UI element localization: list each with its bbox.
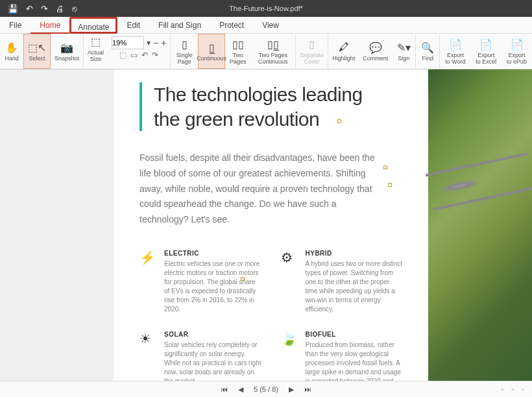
annotation-marker-icon[interactable]: [337, 119, 341, 123]
comment-icon: 💬: [369, 41, 382, 54]
cursor-icon: ⬚↖: [28, 41, 46, 54]
zoom-out-button[interactable]: −: [153, 38, 158, 48]
annotation-marker-icon[interactable]: [383, 165, 387, 169]
toolbar: ✋ Hand ⬚↖ Select 📷 Snapshot ⬚ Actual Siz…: [0, 34, 532, 69]
document-page: The technologies leading the green revol…: [114, 69, 428, 381]
thumbnail-sidebar[interactable]: [0, 69, 114, 381]
sun-icon: ☀: [139, 331, 156, 381]
print-icon[interactable]: 🖨: [56, 4, 64, 14]
search-icon: 🔍: [421, 41, 434, 54]
find-button[interactable]: 🔍 Find: [416, 34, 439, 69]
hybrid-icon: ⚙: [281, 250, 298, 314]
tech-item-hybrid: ⚙ HYBRID A hybrid uses two or more disti…: [281, 250, 403, 314]
first-page-button[interactable]: ⏮: [219, 385, 229, 393]
export-excel-button[interactable]: 📄 Export to Excel: [470, 34, 502, 69]
two-pages-continuous-button[interactable]: ▯▯̲ Two Pages Continuous: [250, 34, 295, 69]
view-mode-icon[interactable]: ▫: [500, 385, 505, 393]
two-pages-continuous-icon: ▯▯̲: [267, 38, 279, 51]
view-mode-icon[interactable]: ▫: [520, 385, 526, 393]
save-icon[interactable]: 💾: [8, 4, 18, 14]
separate-cover-icon: ▯: [309, 38, 315, 51]
zoom-dropdown-icon[interactable]: ▾: [147, 38, 151, 47]
tech-item-solar: ☀ SOLAR Solar vehicles rely completely o…: [139, 331, 261, 381]
hand-icon: ✋: [5, 41, 18, 54]
excel-icon: 📄: [479, 38, 492, 51]
continuous-button[interactable]: ▯̲ Continuous: [198, 34, 225, 69]
page-image: [428, 69, 532, 381]
menu-fill-and-sign[interactable]: Fill and Sign: [149, 17, 210, 34]
fit-width-icon[interactable]: ⬚: [119, 51, 127, 60]
menu-edit[interactable]: Edit: [117, 17, 149, 34]
menu-file[interactable]: File: [0, 17, 30, 34]
epub-icon: 📄: [511, 38, 524, 51]
page-title: The technologies leading the green revol…: [154, 82, 363, 131]
menu-protect[interactable]: Protect: [210, 17, 253, 34]
export-epub-button[interactable]: 📄 Export to ePub: [502, 34, 532, 69]
window-title: The-Future-is-Now.pdf*: [229, 5, 303, 12]
annotation-marker-icon[interactable]: [241, 277, 245, 281]
comment-button[interactable]: 💬 Comment: [359, 34, 392, 69]
intro-paragraph: Fossil fuels, despite all their disadvan…: [139, 150, 380, 228]
prev-page-button[interactable]: ◀: [237, 385, 245, 394]
share-icon[interactable]: ⎋: [72, 4, 77, 14]
two-pages-icon: ▯▯: [232, 38, 244, 51]
highlight-button[interactable]: 🖍 Highlight: [328, 34, 359, 69]
title-bar: 💾 ↶ ↷ 🖨 ⎋ The-Future-is-Now.pdf*: [0, 0, 532, 17]
separate-cover-button[interactable]: ▯ Separate Cover: [296, 34, 328, 69]
menu-bar: File Home Annotate Edit Fill and Sign Pr…: [0, 17, 532, 34]
rotate-left-icon[interactable]: ↶: [141, 51, 148, 60]
content-area: The technologies leading the green revol…: [0, 69, 532, 381]
tech-item-biofuel: 🍃 BIOFUEL Produced from biomass, rather …: [281, 331, 403, 381]
accent-bar: [139, 82, 142, 131]
page-indicator[interactable]: 5 (5 / 8): [252, 385, 280, 393]
undo-icon[interactable]: ↶: [26, 4, 33, 14]
actual-size-button[interactable]: ⬚ Actual Size: [84, 34, 108, 64]
menu-view[interactable]: View: [253, 17, 288, 34]
word-icon: 📄: [449, 38, 462, 51]
annotation-marker-icon[interactable]: [388, 183, 392, 187]
zoom-in-button[interactable]: +: [161, 38, 166, 48]
camera-icon: 📷: [60, 41, 73, 54]
highlighter-icon: 🖍: [339, 41, 349, 54]
two-pages-button[interactable]: ▯▯ Two Pages: [225, 34, 250, 69]
zoom-level-input[interactable]: [112, 36, 144, 49]
leaf-icon: 🍃: [281, 331, 298, 381]
export-word-button[interactable]: 📄 Export to Word: [440, 34, 470, 69]
plug-icon: ⚡: [139, 250, 156, 314]
next-page-button[interactable]: ▶: [287, 385, 295, 394]
rotate-right-icon[interactable]: ↷: [152, 51, 158, 60]
redo-icon[interactable]: ↷: [41, 4, 48, 14]
view-mode-icon[interactable]: ▫: [510, 385, 515, 393]
menu-annotate[interactable]: Annotate: [69, 17, 117, 34]
tech-item-electric: ⚡ ELECTRIC Electric vehicles use one or …: [139, 250, 261, 314]
hand-tool-button[interactable]: ✋ Hand: [0, 34, 23, 69]
select-tool-button[interactable]: ⬚↖ Select: [23, 34, 51, 69]
single-page-icon: ▯: [182, 38, 187, 51]
snapshot-tool-button[interactable]: 📷 Snapshot: [51, 34, 83, 69]
single-page-button[interactable]: ▯ Single Page: [171, 34, 198, 69]
continuous-icon: ▯̲: [209, 41, 215, 54]
fit-page-icon[interactable]: ▭: [130, 51, 138, 60]
sign-icon: ✎▾: [397, 41, 411, 54]
status-bar: ⏮ ◀ 5 (5 / 8) ▶ ⏭ ▫ ▫ ▫: [0, 381, 532, 397]
menu-home[interactable]: Home: [30, 17, 69, 34]
last-page-button[interactable]: ⏭: [303, 385, 313, 393]
sign-button[interactable]: ✎▾ Sign: [392, 34, 415, 69]
actual-size-icon: ⬚: [91, 35, 101, 48]
